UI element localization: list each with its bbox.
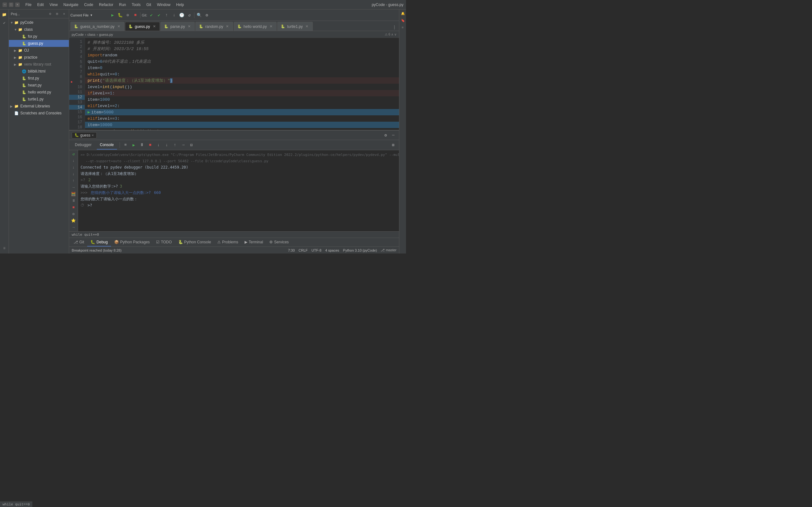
bottom-tab-python-packages[interactable]: 📦 Python Packages <box>111 238 153 246</box>
stop-button[interactable]: ■ <box>132 12 139 19</box>
console-tab[interactable]: Console <box>97 141 117 150</box>
run-button[interactable]: ▶ <box>109 12 116 19</box>
tree-item-scratches[interactable]: 📄 Scratches and Consoles <box>9 110 69 117</box>
tree-item-bilibilihtml[interactable]: 🌐 bilibili.html <box>9 68 69 75</box>
tab-hello-world[interactable]: 🐍 hello world.py ✕ <box>234 22 276 31</box>
menu-code[interactable]: Code <box>82 2 96 8</box>
tab-guess[interactable]: 🐍 guess.py ✕ <box>125 22 160 31</box>
debug-force-step-into-left-icon[interactable]: ↓ <box>70 171 77 177</box>
bottom-tab-services[interactable]: ⚙ Services <box>266 238 292 246</box>
debug-history-left-icon[interactable]: ⭐ <box>70 218 77 223</box>
debug-minimize-icon[interactable]: — <box>390 132 397 138</box>
bottom-tab-python-console[interactable]: 🐍 Python Console <box>175 238 214 246</box>
minimize-button[interactable]: — <box>3 3 7 7</box>
git-checkmark2[interactable]: ✔ <box>155 12 162 19</box>
tree-item-helloworldpy[interactable]: 🐍 hello world.py <box>9 89 69 96</box>
menu-edit[interactable]: Edit <box>35 2 46 8</box>
debug-settings-icon[interactable]: ⚙ <box>383 132 389 138</box>
status-encoding[interactable]: UTF-8 <box>311 248 321 252</box>
tab-close-icon[interactable]: ✕ <box>225 24 230 29</box>
bottom-tab-todo[interactable]: ☑ TODO <box>153 238 175 246</box>
debug-next-left-icon[interactable]: → <box>70 225 77 230</box>
menu-git[interactable]: Git <box>144 2 154 8</box>
tree-item-forpy[interactable]: 🐍 for.py <box>9 33 69 40</box>
code-content[interactable]: # 脚本编号: 20222108 多乐 # 开发时间: 2023/3/2 18:… <box>85 38 399 130</box>
tree-item-venv[interactable]: ▶ 📁 venv library root <box>9 61 69 68</box>
panel-collapse-icon[interactable]: ✕ <box>61 11 67 17</box>
bottom-tab-problems[interactable]: ⚠ Problems <box>214 238 241 246</box>
tab-close-icon[interactable]: ✕ <box>116 24 121 29</box>
debug-run-cursor-left-icon[interactable]: → <box>70 185 77 190</box>
debug-stop-left-icon[interactable]: ■ <box>70 205 77 210</box>
project-tree[interactable]: ▼ 📁 pyCode ▼ 📁 class 🐍 for.py 🐍 guess.py… <box>9 18 69 253</box>
tab-close-icon[interactable]: ✕ <box>269 24 273 29</box>
tree-item-heartpy[interactable]: 🐍 heart.py <box>9 82 69 89</box>
debug-run-button[interactable]: 🐛 <box>117 12 124 19</box>
debug-rerun-left-icon[interactable]: ↺ <box>70 152 77 157</box>
status-indent[interactable]: 4 spaces <box>325 248 339 252</box>
tab-close-icon[interactable]: ✕ <box>187 24 191 29</box>
debug-step-into-icon[interactable]: ↓ <box>164 142 170 148</box>
tab-guess-a-number[interactable]: 🐍 guess_a_number.py ✕ <box>70 22 124 31</box>
debug-pause-left-icon[interactable]: ⏸ <box>70 198 77 204</box>
line-num-9[interactable]: 9 <box>69 79 85 84</box>
breadcrumb-file[interactable]: guess.py <box>99 33 113 37</box>
debug-pause-icon[interactable]: ⏸ <box>139 142 145 148</box>
bottom-tab-terminal[interactable]: ▶ Terminal <box>241 238 266 246</box>
debug-resume-icon[interactable]: ▶ <box>131 142 137 148</box>
tree-item-class[interactable]: ▼ 📁 class <box>9 26 69 33</box>
debug-rerun-icon[interactable]: ≡ <box>122 142 129 148</box>
menu-navigate[interactable]: Navigate <box>61 2 81 8</box>
run-config-selector[interactable]: Current File ▼ <box>70 12 108 19</box>
debug-console-output[interactable]: >> D:\ccode\pyCode\venv\Scripts\python.e… <box>78 150 399 231</box>
search-button[interactable]: 🔍 <box>196 12 203 19</box>
status-line-ending[interactable]: CRLF <box>299 248 308 252</box>
tree-item-external-libraries[interactable]: ▶ 📁 External Libraries <box>9 103 69 110</box>
notifications-icon[interactable]: 🔔 <box>400 11 406 16</box>
git-pull[interactable]: ↓ <box>171 12 177 19</box>
settings-button[interactable]: ⚙ <box>203 12 210 19</box>
tree-item-practice[interactable]: ▶ 📁 practice <box>9 54 69 61</box>
debug-layout-icon[interactable]: ⊞ <box>390 142 397 148</box>
status-python[interactable]: Python 3.10 (pyCode) <box>343 248 377 252</box>
menu-view[interactable]: View <box>47 2 60 8</box>
structure-icon[interactable]: ≡ <box>1 245 8 252</box>
coverage-button[interactable]: ⊙ <box>124 12 131 19</box>
debug-step-over-icon[interactable]: ↓ <box>155 142 162 148</box>
debug-eval-left-icon[interactable]: 🧮 <box>70 191 77 197</box>
debug-frames-icon[interactable]: ⊡ <box>189 142 195 148</box>
menu-file[interactable]: File <box>23 2 34 8</box>
debug-settings-left-icon[interactable]: ⚙ <box>70 211 77 217</box>
close-button[interactable]: ✕ <box>15 3 20 7</box>
tree-item-turtle1py[interactable]: 🐍 turtle1.py <box>9 96 69 103</box>
tab-turtle1[interactable]: 🐍 turtle1.py ✕ <box>277 22 312 31</box>
maximize-button[interactable]: □ <box>9 3 13 7</box>
debug-run-to-cursor-icon[interactable]: → <box>180 142 187 148</box>
tree-item-firstpy[interactable]: 🐍 first.py <box>9 75 69 82</box>
tree-item-guesspy[interactable]: 🐍 guess.py <box>9 40 69 47</box>
debug-session-close-icon[interactable]: ✕ <box>92 133 94 137</box>
menu-run[interactable]: Run <box>116 2 129 8</box>
git-history[interactable]: 🕐 <box>178 12 185 19</box>
bottom-tab-git[interactable]: ⎇ Git <box>70 238 87 246</box>
structure-right-icon[interactable]: ≡ <box>400 25 406 31</box>
menu-window[interactable]: Window <box>154 2 173 8</box>
debug-step-out-icon[interactable]: ↑ <box>172 142 178 148</box>
debug-step-over-left-icon[interactable]: ↓ <box>70 158 77 164</box>
commit-icon[interactable]: ✔ <box>1 19 8 26</box>
tab-close-icon[interactable]: ✕ <box>152 24 156 29</box>
debug-step-out-left-icon[interactable]: ↑ <box>70 178 77 183</box>
breadcrumb-pycode[interactable]: pyCode <box>72 33 84 37</box>
tab-close-icon[interactable]: ✕ <box>305 24 309 29</box>
debugger-tab[interactable]: Debugger <box>72 141 95 150</box>
tab-random[interactable]: 🐍 random.py ✕ <box>195 22 233 31</box>
tab-overflow-icon[interactable]: ⋮ <box>391 24 398 31</box>
debug-stop-icon[interactable]: ■ <box>147 142 154 148</box>
debug-step-into-left-icon[interactable]: ↓ <box>70 165 77 170</box>
debug-session-tab[interactable]: 🐛 guess ✕ <box>72 132 97 138</box>
git-revert[interactable]: ↺ <box>186 12 193 19</box>
tree-item-pycode[interactable]: ▼ 📁 pyCode <box>9 19 69 26</box>
tree-item-oj[interactable]: ▶ 📁 OJ <box>9 47 69 54</box>
panel-settings-icon[interactable]: ⚙ <box>47 11 53 17</box>
git-push[interactable]: ↑ <box>163 12 170 19</box>
